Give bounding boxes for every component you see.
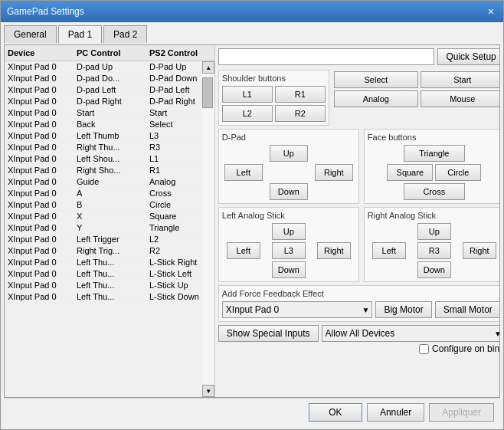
ok-button[interactable]: OK (309, 403, 362, 422)
cell-device: XInput Pad 0 (5, 245, 74, 256)
table-row[interactable]: XInput Pad 0 Left Shou... L1 (5, 153, 202, 165)
table-row[interactable]: XInput Pad 0 Right Trig... R2 (5, 245, 202, 257)
circle-button[interactable]: Circle (435, 164, 481, 181)
cross-button[interactable]: Cross (404, 183, 465, 200)
cell-device: XInput Pad 0 (5, 73, 74, 84)
cell-device: XInput Pad 0 (5, 268, 74, 279)
tab-bar: General Pad 1 Pad 2 (4, 25, 500, 43)
table-row[interactable]: XInput Pad 0 Left Trigger L2 (5, 234, 202, 245)
table-row[interactable]: XInput Pad 0 A Cross (5, 188, 202, 199)
cell-device: XInput Pad 0 (5, 234, 74, 245)
select-button[interactable]: Select (334, 71, 418, 88)
tab-pad2[interactable]: Pad 2 (103, 25, 147, 43)
l1-button[interactable]: L1 (222, 86, 273, 103)
table-row[interactable]: XInput Pad 0 Back Select (5, 119, 202, 130)
right-analog-down-button[interactable]: Down (417, 261, 451, 278)
show-special-inputs-button[interactable]: Show Special Inputs (218, 325, 319, 342)
scroll-track[interactable] (202, 74, 214, 385)
triangle-button[interactable]: Triangle (404, 145, 465, 162)
table-row[interactable]: XInput Pad 0 D-pad Up D-Pad Up (5, 61, 202, 73)
cell-ps2-control: D-Pad Left (146, 84, 202, 95)
cell-pc-control: Left Thu... (74, 268, 146, 279)
dpad-up-button[interactable]: Up (270, 145, 308, 162)
mouse-button[interactable]: Mouse (421, 90, 500, 107)
quick-setup-button[interactable]: Quick Setup (437, 48, 500, 65)
right-analog-left-button[interactable]: Left (372, 242, 406, 259)
cell-ps2-control: L2 (146, 234, 202, 245)
search-input[interactable] (218, 48, 435, 65)
cell-pc-control: X (74, 211, 146, 222)
dpad-down-button[interactable]: Down (270, 183, 308, 200)
cancel-button[interactable]: Annuler (367, 403, 424, 422)
right-analog-up-button[interactable]: Up (417, 223, 451, 240)
left-analog-down-button[interactable]: Down (272, 261, 306, 278)
cell-ps2-control: Triangle (146, 222, 202, 233)
feedback-device-select[interactable]: XInput Pad 0 (222, 301, 373, 318)
cell-device: XInput Pad 0 (5, 176, 74, 187)
table-scroll[interactable]: XInput Pad 0 D-pad Up D-Pad Up XInput Pa… (5, 61, 202, 397)
table-row[interactable]: XInput Pad 0 D-pad Left D-Pad Left (5, 84, 202, 96)
table-row[interactable]: XInput Pad 0 Left Thu... L-Stick Left (5, 268, 202, 280)
cell-pc-control: D-pad Up (74, 61, 146, 72)
table-row[interactable]: XInput Pad 0 Start Start (5, 107, 202, 119)
configure-on-bind-checkbox[interactable] (419, 344, 429, 354)
configure-on-bind-label[interactable]: Configure on bind (419, 343, 500, 354)
table-row[interactable]: XInput Pad 0 Left Thu... L-Stick Up (5, 280, 202, 291)
apply-button[interactable]: Appliquer (429, 403, 494, 422)
scroll-down-button[interactable]: ▼ (202, 385, 214, 397)
cell-ps2-control: L-Stick Up (146, 280, 202, 290)
cell-ps2-control: Cross (146, 188, 202, 199)
dpad-center-spacer (270, 164, 308, 181)
cell-ps2-control: L-Stick Left (146, 268, 202, 279)
table-row[interactable]: XInput Pad 0 D-pad Right D-Pad Right (5, 96, 202, 107)
table-row[interactable]: XInput Pad 0 Right Sho... R1 (5, 165, 202, 176)
feedback-device-select-wrapper: XInput Pad 0 ▼ (222, 301, 373, 318)
table-row[interactable]: XInput Pad 0 D-pad Do... D-Pad Down (5, 73, 202, 84)
left-analog-left-button[interactable]: Left (227, 242, 260, 259)
cell-ps2-control: D-Pad Down (146, 73, 202, 84)
l2-button[interactable]: L2 (222, 105, 273, 122)
close-button[interactable]: × (485, 6, 497, 17)
shoulder-section: Shoulder buttons L1 R1 L2 R2 (218, 70, 329, 126)
tab-general[interactable]: General (4, 25, 57, 43)
cell-ps2-control: L3 (146, 130, 202, 141)
left-analog-up-button[interactable]: Up (272, 223, 306, 240)
r1-button[interactable]: R1 (275, 86, 326, 103)
table-row[interactable]: XInput Pad 0 X Square (5, 211, 202, 222)
cell-ps2-control: L-Stick Down (146, 291, 202, 302)
dpad-right-button[interactable]: Right (315, 164, 353, 181)
table-row[interactable]: XInput Pad 0 Left Thumb L3 (5, 130, 202, 142)
shoulder-grid: L1 R1 L2 R2 (222, 86, 326, 122)
left-analog-l3-button[interactable]: L3 (272, 242, 306, 259)
tab-pad1[interactable]: Pad 1 (58, 25, 102, 43)
big-motor-button[interactable]: Big Motor (375, 301, 431, 318)
table-row[interactable]: XInput Pad 0 Left Thu... L-Stick Right (5, 257, 202, 268)
table-row[interactable]: XInput Pad 0 Y Triangle (5, 222, 202, 234)
table-header: Device PC Control PS2 Control (5, 45, 214, 61)
square-button[interactable]: Square (387, 164, 433, 181)
cell-ps2-control: D-Pad Right (146, 96, 202, 107)
scroll-up-button[interactable]: ▲ (202, 61, 214, 74)
title-bar: GamePad Settings × (1, 1, 503, 22)
r2-button[interactable]: R2 (275, 105, 326, 122)
cell-pc-control: Left Thu... (74, 257, 146, 268)
table-row[interactable]: XInput Pad 0 Guide Analog (5, 176, 202, 188)
dpad-left-button[interactable]: Left (224, 164, 263, 181)
table-row[interactable]: XInput Pad 0 Left Thu... L-Stick Down (5, 291, 202, 303)
right-analog-section: Right Analog Stick Up Left R3 (364, 207, 500, 282)
right-analog-right-button[interactable]: Right (463, 242, 496, 259)
analog-button[interactable]: Analog (334, 90, 418, 107)
scroll-thumb[interactable] (202, 77, 213, 108)
dpad-section: D-Pad Up Left Right Down (218, 129, 359, 204)
cell-pc-control: A (74, 188, 146, 199)
table-row[interactable]: XInput Pad 0 B Circle (5, 199, 202, 211)
cell-pc-control: Y (74, 222, 146, 233)
start-button[interactable]: Start (421, 71, 500, 88)
left-analog-right-button[interactable]: Right (317, 242, 351, 259)
right-analog-r3-button[interactable]: R3 (417, 242, 451, 259)
cell-device: XInput Pad 0 (5, 291, 74, 302)
allow-devices-select[interactable]: Allow All Devices Allow No Devices (322, 325, 500, 342)
table-row[interactable]: XInput Pad 0 Right Thu... R3 (5, 142, 202, 153)
small-motor-button[interactable]: Small Motor (435, 301, 500, 318)
cell-ps2-control: L-Stick Right (146, 257, 202, 268)
